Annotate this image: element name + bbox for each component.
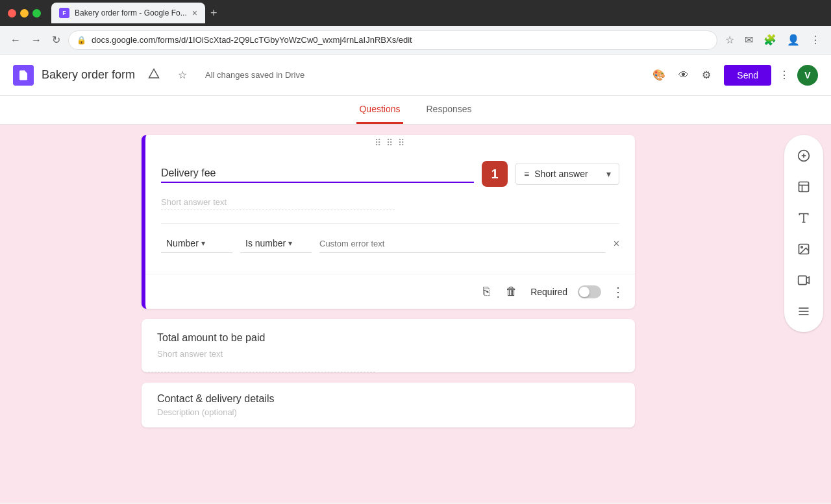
contact-delivery-title: Contact & delivery details	[157, 393, 619, 405]
svg-rect-11	[799, 276, 807, 284]
tab-close-button[interactable]: ×	[192, 8, 197, 18]
drive-button[interactable]	[143, 63, 165, 88]
short-answer-placeholder: Short answer text	[161, 197, 395, 210]
dropdown-arrow-icon: ▾	[606, 169, 611, 179]
custom-error-input[interactable]	[319, 235, 606, 253]
star-button[interactable]: ☆	[173, 64, 192, 86]
delete-button[interactable]: 🗑	[503, 282, 520, 301]
form-area: ⠿ ⠿ ⠿ Delivery fee 1 ≡ Short answer ▾ Sh…	[0, 125, 776, 503]
app-logo	[13, 65, 34, 86]
tab-favicon: F	[59, 8, 69, 18]
toggle-thumb	[579, 287, 589, 297]
back-button[interactable]: ←	[8, 32, 23, 49]
contact-delivery-description: Description (optional)	[157, 407, 619, 417]
url-text: docs.google.com/forms/d/1IOiScXtad-2Q9Lc…	[92, 35, 709, 45]
validation-row: Number ▾ Is number ▾ ×	[161, 234, 619, 253]
preview-icon[interactable]: 👁	[673, 64, 694, 86]
remove-validation-button[interactable]: ×	[614, 238, 619, 250]
send-button[interactable]: Send	[724, 65, 771, 86]
traffic-light-red[interactable]	[8, 9, 16, 18]
add-video-button[interactable]	[791, 267, 817, 293]
new-tab-button[interactable]: +	[208, 6, 220, 20]
bookmark-star-button[interactable]: ☆	[723, 31, 737, 49]
address-bar[interactable]: 🔒 docs.google.com/forms/d/1IOiScXtad-2Q9…	[68, 30, 717, 50]
card-more-button[interactable]: ⋮	[612, 284, 625, 300]
validation-type-arrow: ▾	[201, 239, 205, 248]
add-title-button[interactable]	[791, 205, 817, 231]
secure-icon: 🔒	[77, 36, 86, 45]
question-title-input[interactable]: Delivery fee	[161, 165, 474, 183]
contact-delivery-card[interactable]: Contact & delivery details Description (…	[142, 383, 635, 427]
type-label: Short answer	[534, 169, 588, 179]
app-title: Bakery order form	[42, 68, 135, 82]
import-questions-button[interactable]	[791, 174, 817, 200]
validation-condition-label: Is number	[245, 238, 286, 248]
profile-icon[interactable]: 👤	[784, 31, 802, 49]
settings-icon[interactable]: ⚙	[697, 64, 716, 86]
total-amount-card[interactable]: Total amount to be paid Short answer tex…	[142, 319, 635, 372]
card-footer: ⎘ 🗑 Required ⋮	[145, 274, 635, 309]
drag-handle[interactable]: ⠿ ⠿ ⠿	[145, 135, 635, 150]
right-sidebar	[784, 135, 823, 332]
question-type-dropdown[interactable]: ≡ Short answer ▾	[515, 163, 619, 185]
required-label: Required	[530, 287, 567, 297]
validation-condition-arrow: ▾	[288, 239, 292, 248]
total-amount-placeholder: Short answer text	[142, 349, 375, 372]
validation-type-select[interactable]: Number ▾	[161, 234, 232, 253]
duplicate-button[interactable]: ⎘	[480, 282, 493, 301]
traffic-light-green[interactable]	[32, 9, 41, 18]
extensions-icon[interactable]: 🧩	[761, 31, 779, 49]
tab-title: Bakery order form - Google Fo...	[75, 8, 187, 18]
menu-button[interactable]: ⋮	[808, 31, 823, 49]
refresh-button[interactable]: ↻	[49, 31, 63, 49]
svg-marker-0	[149, 69, 159, 78]
form-tabs: Questions Responses	[0, 96, 831, 125]
required-toggle[interactable]	[578, 285, 601, 298]
validation-condition-select[interactable]: Is number ▾	[240, 234, 312, 253]
short-answer-icon: ≡	[524, 169, 529, 179]
tab-responses[interactable]: Responses	[424, 96, 475, 124]
question-number-badge: 1	[482, 161, 508, 187]
traffic-light-yellow[interactable]	[20, 9, 29, 18]
total-amount-title: Total amount to be paid	[142, 319, 635, 349]
add-section-button[interactable]	[791, 298, 817, 324]
forward-button[interactable]: →	[29, 32, 44, 49]
svg-point-10	[801, 246, 803, 248]
gmail-icon[interactable]: ✉	[742, 31, 756, 49]
validation-type-label: Number	[166, 238, 199, 248]
saved-text: All changes saved in Drive	[205, 70, 304, 80]
svg-rect-4	[799, 182, 809, 192]
browser-tab[interactable]: F Bakery order form - Google Fo... ×	[51, 3, 205, 23]
add-question-button[interactable]	[791, 143, 817, 169]
tab-questions[interactable]: Questions	[356, 96, 403, 124]
divider	[161, 223, 619, 224]
add-image-button[interactable]	[791, 236, 817, 262]
more-options-button[interactable]: ⋮	[774, 64, 795, 86]
delivery-fee-card: ⠿ ⠿ ⠿ Delivery fee 1 ≡ Short answer ▾ Sh…	[142, 135, 635, 309]
customize-icon[interactable]: 🎨	[647, 64, 671, 86]
avatar[interactable]: V	[797, 65, 818, 86]
